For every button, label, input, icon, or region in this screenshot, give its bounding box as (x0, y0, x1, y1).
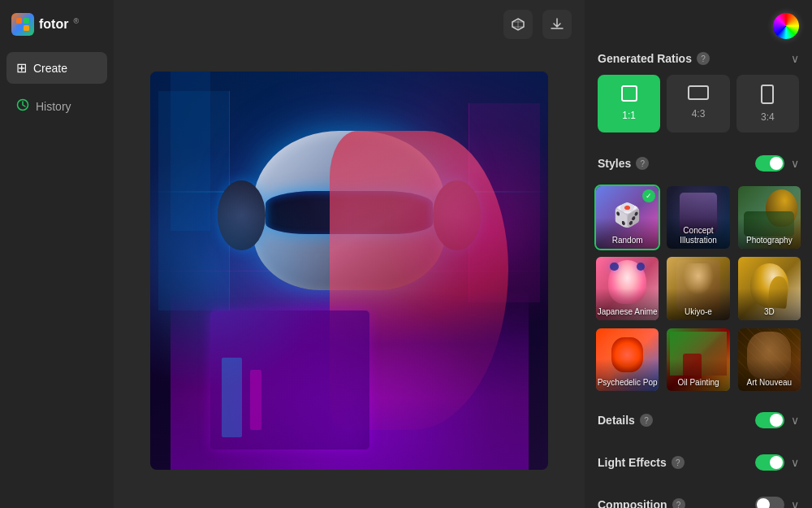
canvas-image-area (114, 49, 585, 508)
style-card-concept-bg: Concept Illustration (667, 186, 729, 249)
ratio-4-3-label: 4:3 (692, 108, 706, 119)
style-card-random-bg: ✓ 🎲 Random (596, 186, 659, 249)
generated-image (150, 72, 548, 470)
style-concept-label: Concept Illustration (667, 226, 729, 245)
styles-toggle[interactable] (755, 155, 784, 172)
ratio-buttons: 1:1 4:3 3:4 (594, 72, 802, 136)
svg-rect-3 (24, 25, 29, 31)
style-card-anime-bg: Japanese Anime (596, 257, 659, 319)
create-icon: ⊞ (16, 60, 27, 76)
light-effects-toggle[interactable] (755, 454, 784, 471)
download-button[interactable] (542, 10, 572, 39)
light-effects-chevron[interactable]: ∨ (791, 456, 799, 469)
style-card-anime[interactable]: Japanese Anime (594, 255, 660, 321)
light-effects-info[interactable]: ? (672, 456, 685, 469)
style-card-concept[interactable]: Concept Illustration (665, 185, 731, 250)
style-photography-label: Photography (746, 236, 793, 245)
ratio-1-1-button[interactable]: 1:1 (598, 75, 660, 132)
history-icon (16, 98, 29, 115)
canvas-toolbar (114, 0, 585, 49)
details-chevron[interactable]: ∨ (791, 414, 799, 427)
light-effects-section: Light Effects ? ∨ (594, 448, 802, 477)
details-info[interactable]: ? (640, 414, 653, 427)
create-label: Create (33, 62, 67, 75)
glow-overlay (150, 72, 548, 470)
style-card-psychedelic-bg: Psychedelic Pop (596, 328, 659, 391)
style-card-photography[interactable]: Photography (736, 185, 802, 250)
ratio-3-4-button[interactable]: 3:4 (736, 75, 799, 132)
sidebar-item-history[interactable]: History (6, 90, 107, 123)
style-card-3d-bg: 3D (738, 257, 801, 319)
light-effects-header: Light Effects ? ∨ (594, 448, 802, 477)
style-card-artnouveau[interactable]: Art Nouveau (736, 327, 802, 393)
details-header: Details ? ∨ (594, 406, 802, 435)
details-title: Details (598, 414, 635, 427)
svg-rect-5 (622, 86, 637, 101)
sidebar: fotor ® ⊞ Create History (0, 0, 114, 508)
composition-toggle[interactable] (755, 497, 784, 508)
styles-grid: ✓ 🎲 Random Concept Illustration (594, 185, 802, 393)
composition-info[interactable]: ? (672, 498, 685, 508)
style-card-psychedelic[interactable]: Psychedelic Pop (594, 327, 660, 393)
style-card-3d[interactable]: 3D (736, 255, 802, 321)
generated-ratios-info[interactable]: ? (697, 52, 710, 65)
sidebar-item-create[interactable]: ⊞ Create (6, 52, 107, 84)
style-anime-label: Japanese Anime (598, 307, 658, 317)
svg-rect-7 (762, 85, 773, 103)
color-wheel[interactable] (773, 13, 799, 39)
details-section: Details ? ∨ (594, 406, 802, 435)
main-canvas-area (114, 0, 585, 508)
style-artnouveau-label: Art Nouveau (747, 378, 793, 388)
generated-ratios-section: Generated Ratios ? ∨ 1:1 (594, 46, 802, 136)
generated-ratios-header: Generated Ratios ? ∨ (594, 46, 802, 72)
3d-button[interactable] (503, 10, 533, 39)
ratio-1-1-label: 1:1 (622, 110, 636, 121)
style-psychedelic-label: Psychedelic Pop (598, 378, 658, 388)
style-card-ukiyoe-bg: Ukiyo-e (667, 257, 729, 319)
svg-rect-2 (16, 25, 22, 31)
style-ukiyoe-label: Ukiyo-e (685, 307, 712, 317)
composition-chevron[interactable]: ∨ (791, 498, 799, 508)
style-checkmark: ✓ (642, 189, 655, 202)
composition-header: Composition ? ∨ (594, 490, 802, 508)
style-card-oilpainting[interactable]: Oil Painting (665, 327, 731, 393)
composition-title: Composition (598, 498, 667, 508)
generated-ratios-chevron[interactable]: ∨ (791, 52, 799, 65)
ratio-4-3-icon (688, 85, 709, 105)
styles-header: Styles ? ∨ (594, 149, 802, 178)
styles-chevron[interactable]: ∨ (791, 157, 799, 170)
history-label: History (36, 100, 71, 113)
logo-area: fotor ® (6, 10, 107, 46)
generated-ratios-title: Generated Ratios (598, 52, 692, 65)
app-name: fotor (39, 17, 68, 32)
style-card-oilpainting-bg: Oil Painting (667, 328, 729, 391)
light-effects-title: Light Effects (598, 456, 667, 469)
fotor-logo-icon (11, 13, 34, 36)
style-random-label: Random (612, 236, 643, 245)
ratio-3-4-icon (760, 85, 775, 108)
details-toggle[interactable] (755, 412, 784, 428)
svg-rect-6 (689, 86, 708, 99)
svg-rect-0 (16, 18, 22, 24)
right-panel: Generated Ratios ? ∨ 1:1 (585, 0, 812, 508)
styles-section: Styles ? ∨ ✓ 🎲 Random (594, 149, 802, 393)
style-card-photography-bg: Photography (738, 186, 801, 249)
ratio-4-3-button[interactable]: 4:3 (667, 75, 729, 132)
ratio-3-4-label: 3:4 (761, 111, 775, 123)
style-oilpainting-label: Oil Painting (677, 378, 719, 388)
styles-info[interactable]: ? (636, 157, 649, 170)
style-card-ukiyoe[interactable]: Ukiyo-e (665, 255, 731, 321)
svg-rect-1 (24, 18, 29, 24)
style-3d-label: 3D (764, 307, 775, 317)
ratio-1-1-icon (620, 85, 638, 106)
styles-title: Styles (598, 157, 631, 170)
style-card-random[interactable]: ✓ 🎲 Random (594, 185, 660, 250)
composition-section: Composition ? ∨ (594, 490, 802, 508)
style-card-artnouveau-bg: Art Nouveau (738, 328, 801, 391)
